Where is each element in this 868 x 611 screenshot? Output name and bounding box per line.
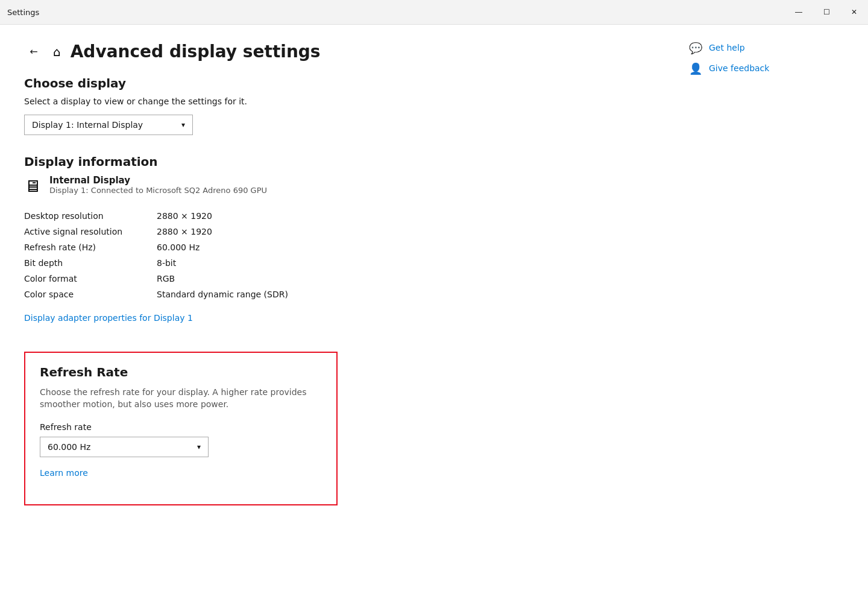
sidebar-link-icon: 👤: [690, 62, 702, 74]
choose-display-section: Choose display Select a display to view …: [24, 76, 651, 135]
display-info-title: Display information: [24, 154, 651, 169]
table-row: Refresh rate (Hz)60.000 Hz: [24, 239, 651, 255]
info-value: 60.000 Hz: [157, 239, 651, 255]
learn-more-link[interactable]: Learn more: [40, 468, 88, 478]
display-info-table: Desktop resolution2880 × 1920Active sign…: [24, 208, 651, 302]
sidebar-link-icon: 💬: [690, 42, 702, 54]
sidebar-link-label[interactable]: Get help: [709, 43, 745, 52]
main-panel: ← ⌂ Advanced display settings Choose dis…: [0, 25, 675, 611]
refresh-rate-value: 60.000 Hz: [48, 442, 90, 452]
sidebar-link-label[interactable]: Give feedback: [709, 63, 769, 73]
monitor-icon: 🖥: [24, 176, 41, 196]
title-bar-title: Settings: [7, 8, 39, 17]
back-button[interactable]: ←: [24, 42, 43, 62]
info-label: Refresh rate (Hz): [24, 239, 157, 255]
refresh-rate-title: Refresh Rate: [40, 365, 322, 379]
display-info-header: 🖥 Internal Display Display 1: Connected …: [24, 175, 651, 196]
sidebar-panel: 💬Get help👤Give feedback: [675, 25, 868, 611]
title-bar-left: Settings: [7, 8, 39, 17]
sidebar-link-item[interactable]: 👤Give feedback: [690, 62, 854, 74]
back-arrow-icon: ←: [30, 46, 37, 57]
minimize-button[interactable]: —: [785, 0, 813, 24]
display-subname: Display 1: Connected to Microsoft SQ2 Ad…: [49, 186, 267, 195]
sidebar-link-item[interactable]: 💬Get help: [690, 42, 854, 54]
info-value: 8-bit: [157, 255, 651, 271]
display-select-value: Display 1: Internal Display: [32, 120, 143, 130]
table-row: Bit depth8-bit: [24, 255, 651, 271]
info-label: Color space: [24, 287, 157, 302]
choose-display-title: Choose display: [24, 76, 651, 90]
title-bar: Settings — ☐ ✕: [0, 0, 868, 24]
table-row: Color formatRGB: [24, 271, 651, 287]
display-name: Internal Display: [49, 175, 267, 186]
page-title: Advanced display settings: [71, 42, 321, 62]
info-value: RGB: [157, 271, 651, 287]
table-row: Desktop resolution2880 × 1920: [24, 208, 651, 224]
table-row: Color spaceStandard dynamic range (SDR): [24, 287, 651, 302]
back-header: ← ⌂ Advanced display settings: [24, 42, 651, 62]
info-label: Active signal resolution: [24, 224, 157, 239]
info-label: Desktop resolution: [24, 208, 157, 224]
choose-display-subtitle: Select a display to view or change the s…: [24, 97, 651, 106]
display-name-block: Internal Display Display 1: Connected to…: [49, 175, 267, 195]
info-value: 2880 × 1920: [157, 208, 651, 224]
chevron-down-icon: ▾: [197, 443, 201, 451]
content-area: ← ⌂ Advanced display settings Choose dis…: [0, 24, 868, 611]
display-select-dropdown[interactable]: Display 1: Internal Display ▾: [24, 115, 193, 135]
refresh-rate-dropdown[interactable]: 60.000 Hz ▾: [40, 437, 209, 457]
chevron-down-icon: ▾: [181, 121, 185, 129]
close-button[interactable]: ✕: [840, 0, 868, 24]
refresh-rate-section: Refresh Rate Choose the refresh rate for…: [24, 352, 338, 505]
refresh-rate-label: Refresh rate: [40, 422, 322, 432]
table-row: Active signal resolution2880 × 1920: [24, 224, 651, 239]
maximize-button[interactable]: ☐: [813, 0, 840, 24]
adapter-properties-link[interactable]: Display adapter properties for Display 1: [24, 313, 193, 323]
info-value: 2880 × 1920: [157, 224, 651, 239]
info-label: Color format: [24, 271, 157, 287]
info-label: Bit depth: [24, 255, 157, 271]
info-value: Standard dynamic range (SDR): [157, 287, 651, 302]
home-icon: ⌂: [53, 45, 61, 59]
refresh-rate-description: Choose the refresh rate for your display…: [40, 387, 322, 410]
title-bar-controls: — ☐ ✕: [785, 0, 868, 24]
display-information-section: Display information 🖥 Internal Display D…: [24, 154, 651, 337]
